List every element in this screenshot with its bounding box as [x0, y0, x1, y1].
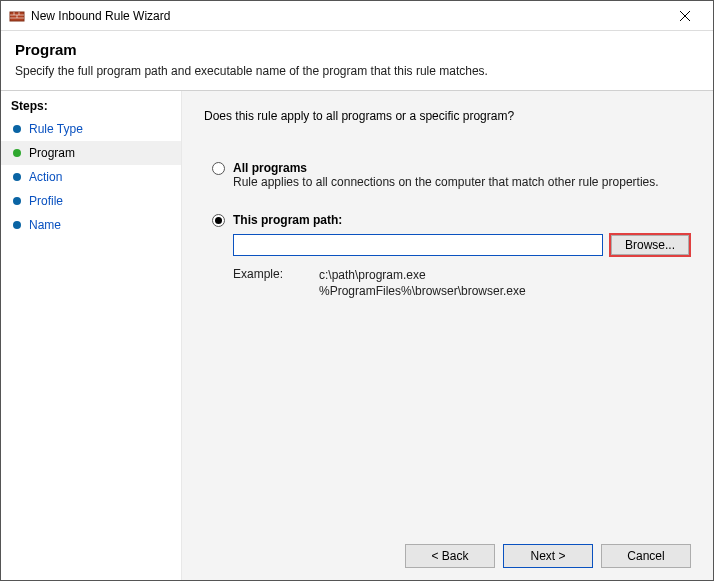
footer-buttons: < Back Next > Cancel [204, 532, 691, 568]
example-paths: c:\path\program.exe %ProgramFiles%\brows… [319, 267, 526, 299]
window-title: New Inbound Rule Wizard [31, 9, 665, 23]
step-label: Program [29, 146, 75, 160]
step-label: Profile [29, 194, 63, 208]
back-button[interactable]: < Back [405, 544, 495, 568]
step-program[interactable]: Program [1, 141, 181, 165]
question-text: Does this rule apply to all programs or … [204, 109, 691, 123]
bullet-icon [13, 149, 21, 157]
firewall-icon [9, 8, 25, 24]
bullet-icon [13, 125, 21, 133]
steps-title: Steps: [1, 99, 181, 117]
option-all-programs: All programs Rule applies to all connect… [212, 161, 691, 191]
step-label: Rule Type [29, 122, 83, 136]
bullet-icon [13, 197, 21, 205]
browse-button[interactable]: Browse... [609, 233, 691, 257]
wizard-window: New Inbound Rule Wizard Program Specify … [0, 0, 714, 581]
content-pane: Does this rule apply to all programs or … [182, 91, 713, 580]
header: Program Specify the full program path an… [1, 31, 713, 90]
step-rule-type[interactable]: Rule Type [1, 117, 181, 141]
program-path-input[interactable] [233, 234, 603, 256]
step-profile[interactable]: Profile [1, 189, 181, 213]
next-button[interactable]: Next > [503, 544, 593, 568]
step-label: Action [29, 170, 62, 184]
step-name[interactable]: Name [1, 213, 181, 237]
example-label: Example: [233, 267, 319, 299]
step-action[interactable]: Action [1, 165, 181, 189]
steps-sidebar: Steps: Rule Type Program Action Profile … [1, 91, 182, 580]
step-label: Name [29, 218, 61, 232]
radio-this-program-path[interactable] [212, 214, 225, 227]
bullet-icon [13, 173, 21, 181]
option-label: All programs [233, 161, 307, 175]
option-label: This program path: [233, 213, 342, 227]
option-this-program-path: This program path: Browse... Example: c:… [212, 213, 691, 299]
titlebar: New Inbound Rule Wizard [1, 1, 713, 31]
radio-all-programs[interactable] [212, 162, 225, 175]
close-button[interactable] [665, 2, 705, 30]
cancel-button[interactable]: Cancel [601, 544, 691, 568]
option-desc: Rule applies to all connections on the c… [233, 175, 691, 191]
bullet-icon [13, 221, 21, 229]
body: Steps: Rule Type Program Action Profile … [1, 91, 713, 580]
page-subtitle: Specify the full program path and execut… [15, 64, 699, 78]
page-title: Program [15, 41, 699, 58]
